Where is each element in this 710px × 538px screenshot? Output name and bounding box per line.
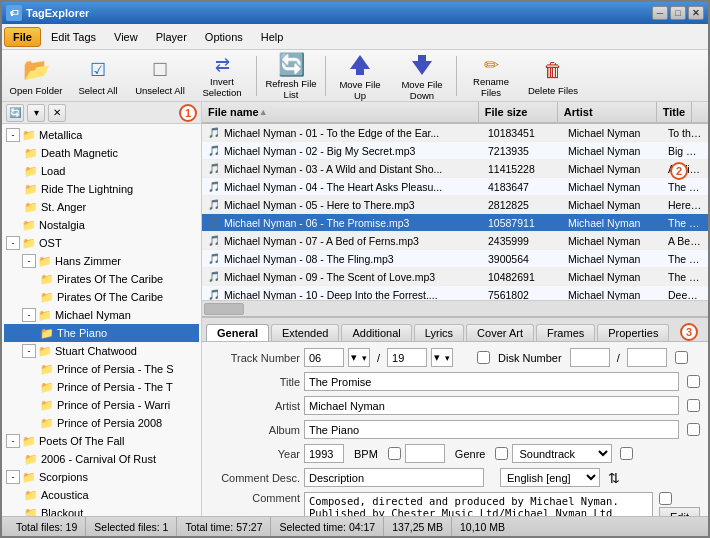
menu-file[interactable]: File bbox=[4, 27, 41, 47]
comment-lang-select[interactable]: English [eng] bbox=[500, 468, 600, 487]
tab-additional[interactable]: Additional bbox=[341, 324, 411, 341]
delete-files-button[interactable]: 🗑 Delete Files bbox=[523, 53, 583, 99]
tree-item-pop-two-thrones[interactable]: 📁 Prince of Persia - The T bbox=[4, 378, 199, 396]
open-folder-button[interactable]: 📂 Open Folder bbox=[6, 53, 66, 99]
disk-number-checkbox[interactable] bbox=[477, 351, 490, 364]
title-lock[interactable] bbox=[687, 375, 700, 388]
tree-item-pop-sands[interactable]: 📁 Prince of Persia - The S bbox=[4, 360, 199, 378]
expand-scorpions[interactable]: - bbox=[6, 470, 20, 484]
maximize-button[interactable]: □ bbox=[670, 6, 686, 20]
comment-desc-input[interactable] bbox=[304, 468, 484, 487]
tree-container[interactable]: - 📁 Metallica 📁 Death Magnetic 📁 Load 📁 … bbox=[2, 124, 201, 516]
menu-help[interactable]: Help bbox=[253, 28, 292, 46]
disk-total-input[interactable] bbox=[627, 348, 667, 367]
tab-properties[interactable]: Properties bbox=[597, 324, 669, 341]
bpm-checkbox[interactable] bbox=[388, 447, 401, 460]
expand-michael-nyman[interactable]: - bbox=[22, 308, 36, 322]
expand-metallica[interactable]: - bbox=[6, 128, 20, 142]
track-number-input[interactable] bbox=[304, 348, 344, 367]
file-row-3[interactable]: 🎵 Michael Nyman - 04 - The Heart Asks Pl… bbox=[202, 178, 708, 196]
tree-item-carnival[interactable]: 📁 2006 - Carnival Of Rust bbox=[4, 450, 199, 468]
menu-view[interactable]: View bbox=[106, 28, 146, 46]
tree-item-pirates-1[interactable]: 📁 Pirates Of The Caribe bbox=[4, 270, 199, 288]
disk-number-input[interactable] bbox=[570, 348, 610, 367]
file-list-hscrollbar[interactable] bbox=[202, 300, 708, 316]
menu-options[interactable]: Options bbox=[197, 28, 251, 46]
file-row-0[interactable]: 🎵 Michael Nyman - 01 - To the Edge of th… bbox=[202, 124, 708, 142]
unselect-all-button[interactable]: ☐ Unselect All bbox=[130, 53, 190, 99]
tree-item-stuart-chatwood[interactable]: - 📁 Stuart Chatwood bbox=[4, 342, 199, 360]
artist-input[interactable] bbox=[304, 396, 679, 415]
tree-item-ost[interactable]: - 📁 OST bbox=[4, 234, 199, 252]
hscrollbar-thumb[interactable] bbox=[204, 303, 244, 315]
menu-edit-tags[interactable]: Edit Tags bbox=[43, 28, 104, 46]
comment-lock[interactable] bbox=[659, 492, 672, 505]
move-file-down-button[interactable]: Move File Down bbox=[392, 53, 452, 99]
comment-textarea[interactable]: Composed, directed and produced by Micha… bbox=[304, 492, 653, 516]
title-controls[interactable]: ─ □ ✕ bbox=[652, 6, 704, 20]
file-list-body[interactable]: 🎵 Michael Nyman - 01 - To the Edge of th… bbox=[202, 124, 708, 300]
year-input[interactable] bbox=[304, 444, 344, 463]
tree-item-pirates-2[interactable]: 📁 Pirates Of The Caribe bbox=[4, 288, 199, 306]
header-title[interactable]: Title bbox=[657, 102, 692, 122]
comment-arrow[interactable]: ⇅ bbox=[604, 470, 624, 486]
tree-item-michael-nyman[interactable]: - 📁 Michael Nyman bbox=[4, 306, 199, 324]
album-lock[interactable] bbox=[687, 423, 700, 436]
file-row-8[interactable]: 🎵 Michael Nyman - 09 - The Scent of Love… bbox=[202, 268, 708, 286]
header-filename[interactable]: File name ▲ bbox=[202, 102, 479, 122]
expand-poets[interactable]: - bbox=[6, 434, 20, 448]
tree-item-pop-2008[interactable]: 📁 Prince of Persia 2008 bbox=[4, 414, 199, 432]
tree-collapse-button[interactable]: ▾ bbox=[27, 104, 45, 122]
tab-frames[interactable]: Frames bbox=[536, 324, 595, 341]
tab-general[interactable]: General bbox=[206, 324, 269, 341]
track-total-dropdown[interactable]: ▾ bbox=[431, 348, 453, 367]
tab-cover-art[interactable]: Cover Art bbox=[466, 324, 534, 341]
file-row-2[interactable]: 🎵 Michael Nyman - 03 - A Wild and Distan… bbox=[202, 160, 708, 178]
tree-item-acoustica[interactable]: 📁 Acoustica bbox=[4, 486, 199, 504]
tab-lyrics[interactable]: Lyrics bbox=[414, 324, 464, 341]
edit-button[interactable]: Edit bbox=[659, 507, 700, 516]
move-file-up-button[interactable]: Move File Up bbox=[330, 53, 390, 99]
expand-stuart-chatwood[interactable]: - bbox=[22, 344, 36, 358]
file-row-7[interactable]: 🎵 Michael Nyman - 08 - The Fling.mp3 390… bbox=[202, 250, 708, 268]
select-all-button[interactable]: ☑ Select All bbox=[68, 53, 128, 99]
album-input[interactable] bbox=[304, 420, 679, 439]
file-row-5[interactable]: 🎵 Michael Nyman - 06 - The Promise.mp3 1… bbox=[202, 214, 708, 232]
artist-lock[interactable] bbox=[687, 399, 700, 412]
track-number-dropdown[interactable]: ▾ bbox=[348, 348, 370, 367]
tree-refresh-button[interactable]: 🔄 bbox=[6, 104, 24, 122]
track-total-input[interactable] bbox=[387, 348, 427, 367]
disk-number-lock[interactable] bbox=[675, 351, 688, 364]
genre-lock[interactable] bbox=[620, 447, 633, 460]
tree-item-load[interactable]: 📁 Load bbox=[4, 162, 199, 180]
expand-hans-zimmer[interactable]: - bbox=[22, 254, 36, 268]
tree-item-the-piano[interactable]: 📁 The Piano bbox=[4, 324, 199, 342]
minimize-button[interactable]: ─ bbox=[652, 6, 668, 20]
file-row-6[interactable]: 🎵 Michael Nyman - 07 - A Bed of Ferns.mp… bbox=[202, 232, 708, 250]
refresh-file-list-button[interactable]: 🔄 Refresh File List bbox=[261, 53, 321, 99]
bpm-input[interactable] bbox=[405, 444, 445, 463]
tree-item-metallica[interactable]: - 📁 Metallica bbox=[4, 126, 199, 144]
tree-item-st-anger[interactable]: 📁 St. Anger bbox=[4, 198, 199, 216]
menu-player[interactable]: Player bbox=[148, 28, 195, 46]
tree-item-hans-zimmer[interactable]: - 📁 Hans Zimmer bbox=[4, 252, 199, 270]
rename-files-button[interactable]: ✏ Rename Files bbox=[461, 53, 521, 99]
file-row-1[interactable]: 🎵 Michael Nyman - 02 - Big My Secret.mp3… bbox=[202, 142, 708, 160]
header-artist[interactable]: Artist bbox=[558, 102, 657, 122]
file-row-9[interactable]: 🎵 Michael Nyman - 10 - Deep Into the For… bbox=[202, 286, 708, 300]
tree-item-poets[interactable]: - 📁 Poets Of The Fall bbox=[4, 432, 199, 450]
invert-selection-button[interactable]: ⇄ Invert Selection bbox=[192, 53, 252, 99]
close-button[interactable]: ✕ bbox=[688, 6, 704, 20]
tree-item-nostalgia[interactable]: 📁 Nostalgia bbox=[4, 216, 199, 234]
genre-select[interactable]: Soundtrack bbox=[512, 444, 612, 463]
genre-checkbox[interactable] bbox=[495, 447, 508, 460]
tree-item-death-magnetic[interactable]: 📁 Death Magnetic bbox=[4, 144, 199, 162]
tree-close-button[interactable]: ✕ bbox=[48, 104, 66, 122]
expand-ost[interactable]: - bbox=[6, 236, 20, 250]
tree-item-blackout[interactable]: 📁 Blackout bbox=[4, 504, 199, 516]
tab-extended[interactable]: Extended bbox=[271, 324, 339, 341]
tree-item-pop-warrior[interactable]: 📁 Prince of Persia - Warri bbox=[4, 396, 199, 414]
title-input[interactable] bbox=[304, 372, 679, 391]
header-filesize[interactable]: File size bbox=[479, 102, 558, 122]
file-row-4[interactable]: 🎵 Michael Nyman - 05 - Here to There.mp3… bbox=[202, 196, 708, 214]
